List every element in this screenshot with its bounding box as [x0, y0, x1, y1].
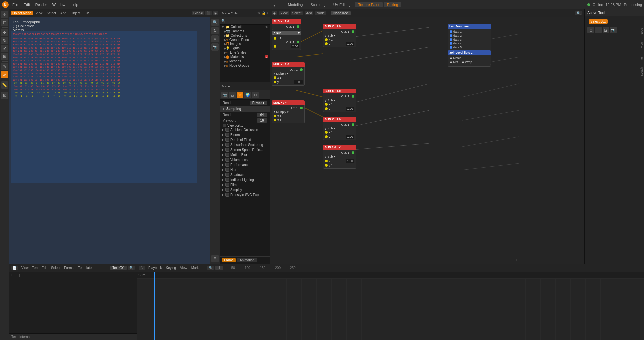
frame-button[interactable]: Frame: [222, 258, 236, 262]
render-icon-scene[interactable]: 🔆: [237, 92, 243, 98]
node-node-btn[interactable]: Node: [315, 11, 326, 15]
blender-logo[interactable]: B: [2, 1, 9, 8]
node-sub-x-1c[interactable]: SUB X : 1.0 Out: 1 ƒ Sub▾ x 1 y1.00: [323, 117, 356, 140]
viewport-shading-btn[interactable]: ⬛: [205, 11, 212, 15]
section-subsurface[interactable]: ▶ Subsurface Scattering: [220, 142, 270, 147]
node-sub-x-1b[interactable]: SUB X : 1.0 Out: 1 ƒ Sub▾ x 1 y1.00: [323, 89, 356, 112]
section-bloom[interactable]: ▶ Bloom: [220, 132, 270, 137]
text-menu-text[interactable]: Text: [31, 266, 40, 270]
viewport-view-btn[interactable]: View: [34, 11, 44, 15]
text-file-name[interactable]: Text.001: [110, 266, 127, 270]
viewport-gis-btn[interactable]: GIS: [83, 11, 92, 15]
node-tree-name[interactable]: NodeTree: [331, 11, 351, 15]
render-icon-camera[interactable]: 📷: [221, 92, 228, 98]
node-add-btn[interactable]: Add: [305, 11, 313, 15]
menu-window[interactable]: Window: [50, 2, 68, 7]
node-sub-x-1a[interactable]: SUB X : 1.0 Out: 1 ƒ Sub▾ x 1 y1.00: [323, 24, 356, 47]
film-checkbox[interactable]: [225, 183, 229, 187]
ssr-checkbox[interactable]: [225, 148, 229, 152]
tree-item-cameras[interactable]: ▶ 📷 Cameras: [220, 29, 270, 33]
render-samples-value[interactable]: 64: [257, 113, 267, 117]
tool-draw[interactable]: 🖊: [1, 71, 8, 78]
viewport-global-btn[interactable]: Global: [192, 11, 204, 15]
render-icon-world[interactable]: 🌍: [244, 92, 251, 98]
node-mul-x-y[interactable]: MUL X : Y Out: 1 ƒ Multiply▾ x 1 x 1: [272, 100, 305, 123]
section-volumetrics[interactable]: ▶ Volumetrics: [220, 157, 270, 162]
tool-measure[interactable]: 📏: [1, 81, 8, 89]
bloom-checkbox[interactable]: [225, 133, 229, 137]
tool-cursor[interactable]: ✛: [1, 11, 8, 18]
text-menu-select[interactable]: Select: [50, 266, 62, 270]
node-search-btn[interactable]: 🔍: [575, 11, 582, 15]
section-film[interactable]: ▶ Film: [220, 182, 270, 187]
tab-texture-paint[interactable]: Texture Paint: [355, 2, 383, 7]
tab-editing[interactable]: Editing: [384, 2, 402, 7]
timeline-search-btn[interactable]: 🔍: [207, 266, 214, 270]
timeline-menu-marker[interactable]: Marker: [190, 266, 203, 270]
animation-button[interactable]: Animation: [237, 258, 257, 262]
viewport-zoom-btn[interactable]: 🔍: [211, 19, 219, 26]
outliner-icon-2[interactable]: 🔒: [262, 11, 266, 15]
viewport-mode-btn[interactable]: Object Mode: [11, 11, 33, 15]
viewport-object-btn[interactable]: Object: [69, 11, 82, 15]
outliner-icon-1[interactable]: 👁: [257, 11, 261, 15]
text-search-btn[interactable]: 🔍: [128, 266, 135, 270]
render-engine-dropdown[interactable]: Eevee ▾: [250, 101, 267, 105]
render-icon-output[interactable]: 🖨: [229, 92, 236, 98]
section-indirect-lighting[interactable]: ▶ Indirect Lighting: [220, 177, 270, 182]
text-menu-format[interactable]: Format: [63, 266, 76, 270]
dof-checkbox[interactable]: [225, 138, 229, 142]
viewport-select-btn[interactable]: Select: [45, 11, 58, 15]
viewport-camera-btn[interactable]: 📷: [211, 43, 219, 51]
node-canvas[interactable]: ƒ Sub▾ x 1 Out: 1 2.00 SUB X : 2.0: [270, 17, 584, 264]
freestyle-checkbox[interactable]: [225, 193, 229, 197]
timeline-frame-input[interactable]: 1: [215, 266, 223, 270]
viewport-add-btn[interactable]: Add: [59, 11, 68, 15]
tree-item-grease[interactable]: ▶ ✎ Grease Pencil: [220, 38, 270, 42]
timeline-menu-view[interactable]: View: [179, 266, 189, 270]
viewport-samples-value[interactable]: 16: [257, 118, 267, 123]
tool-icon-1[interactable]: ◻: [587, 27, 594, 33]
menu-help[interactable]: Help: [68, 2, 81, 7]
menu-render[interactable]: Render: [33, 2, 49, 7]
tree-item-lights[interactable]: ▶ 💡 Lights: [220, 46, 270, 50]
shadows-checkbox[interactable]: [225, 173, 229, 177]
motion-blur-checkbox[interactable]: [225, 153, 229, 157]
section-ambient-occlusion[interactable]: ▶ Ambient Occlusion: [220, 128, 270, 132]
sss-checkbox[interactable]: [225, 143, 229, 147]
section-depth-of-field[interactable]: ▶ Depth of Field: [220, 137, 270, 142]
text-editor-content[interactable]: 1 |: [9, 272, 137, 333]
node-join-level[interactable]: JoinLevel lists 2 ◉ Match ◉ Mix◉ Wrap: [448, 50, 491, 65]
tree-item-collection[interactable]: ▼ 📁 Collectio 👁: [220, 25, 270, 29]
node-editor-icon[interactable]: ◈: [272, 11, 277, 15]
ao-checkbox[interactable]: [225, 128, 229, 132]
text-menu-templates[interactable]: Templates: [77, 266, 95, 270]
indirect-lighting-checkbox[interactable]: [225, 178, 229, 182]
tree-item-meshes[interactable]: ▶ △ Meshes: [220, 59, 270, 63]
text-menu-edit[interactable]: Edit: [40, 266, 49, 270]
tool-move[interactable]: ✥: [1, 29, 8, 36]
tool-icon-2[interactable]: ⋯: [595, 27, 602, 33]
viewport-rotate-btn[interactable]: ↻: [211, 27, 219, 34]
node-editor[interactable]: ◈ View Select Add Node NodeTree 🔍: [270, 9, 584, 264]
viewport-grid-btn[interactable]: ⊞: [211, 255, 219, 262]
tab-uv-editing[interactable]: UV Editing: [330, 2, 354, 7]
tool-select-box[interactable]: Select Box: [587, 18, 641, 25]
outliner-icon-3[interactable]: ↓: [267, 11, 268, 15]
tool-icon-3[interactable]: ◪: [603, 27, 609, 33]
text-menu-view[interactable]: View: [20, 266, 30, 270]
performance-checkbox[interactable]: [225, 163, 229, 167]
menu-edit[interactable]: Edit: [21, 2, 32, 7]
simplify-checkbox[interactable]: [225, 188, 229, 192]
tool-select[interactable]: ◻: [1, 19, 8, 26]
tool-icon-4[interactable]: 📷: [610, 27, 617, 33]
node-view-btn[interactable]: View: [279, 11, 289, 15]
viewport-content[interactable]: Top Orthographic (1) Collection Meters: [9, 17, 220, 264]
tool-rotate[interactable]: ↻: [1, 37, 8, 44]
tree-item-line-styles[interactable]: ▶ 〰 Line Styles: [220, 50, 270, 55]
text-editor-icon[interactable]: 📄: [11, 266, 18, 270]
render-icon-object[interactable]: ◻: [252, 92, 259, 98]
section-hair[interactable]: ▶ Hair: [220, 167, 270, 172]
tree-item-node-groups[interactable]: ▶ ◈ Node Groups: [220, 63, 270, 68]
timeline-menu-keying[interactable]: Keying: [165, 266, 178, 270]
